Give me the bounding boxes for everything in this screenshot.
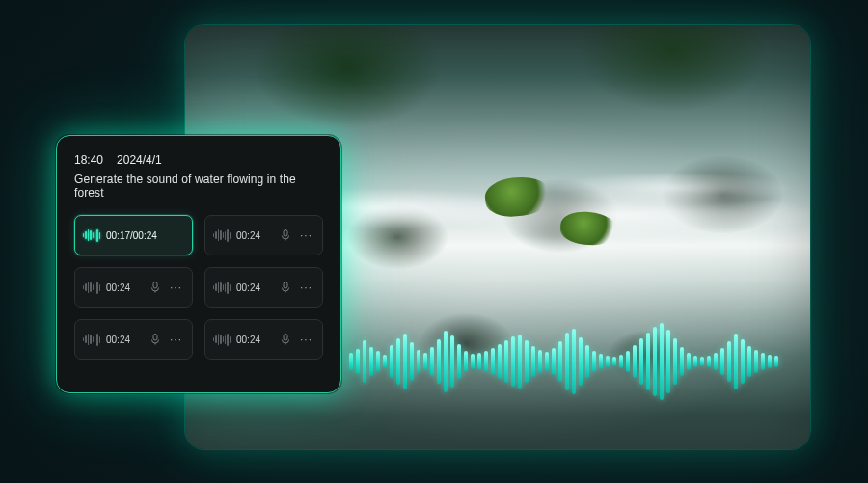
audio-waveform xyxy=(349,318,791,405)
waveform-bar xyxy=(680,347,684,376)
waveform-bar xyxy=(545,352,549,371)
waveform-bar xyxy=(511,336,515,387)
clip-card[interactable]: 00:24··· xyxy=(204,319,323,360)
panel-prompt: Generate the sound of water flowing in t… xyxy=(74,173,323,200)
waveform-bar xyxy=(444,331,448,392)
waveform-bar xyxy=(720,348,724,375)
waveform-bar xyxy=(450,335,454,388)
waveform-bar xyxy=(471,354,475,369)
more-icon[interactable]: ··· xyxy=(298,281,314,294)
waveform-bar xyxy=(727,341,731,382)
waveform-bar xyxy=(390,345,393,378)
waveform-bar xyxy=(349,353,353,370)
waveform-bar xyxy=(599,354,603,369)
waveform-icon xyxy=(83,281,100,294)
waveform-bar xyxy=(565,333,569,390)
waveform-bar xyxy=(592,351,596,372)
more-icon[interactable]: ··· xyxy=(168,333,184,346)
microphone-icon[interactable] xyxy=(279,281,292,294)
waveform-bar xyxy=(356,349,360,374)
waveform-bar xyxy=(761,353,765,370)
waveform-bar xyxy=(518,335,522,389)
panel-date: 2024/4/1 xyxy=(117,153,162,167)
microphone-icon[interactable] xyxy=(149,281,162,294)
svg-rect-2 xyxy=(153,282,157,289)
waveform-bar xyxy=(693,356,697,367)
waveform-bar xyxy=(491,348,495,375)
clip-card[interactable]: 00:24··· xyxy=(74,319,193,360)
waveform-bar xyxy=(768,355,772,368)
waveform-bar xyxy=(666,330,670,393)
svg-rect-4 xyxy=(284,282,287,289)
microphone-icon[interactable] xyxy=(149,333,162,346)
waveform-bar xyxy=(430,347,434,376)
clip-duration: 00:24 xyxy=(236,335,260,345)
waveform-bar xyxy=(619,355,623,368)
waveform-bar xyxy=(754,350,758,373)
waveform-bar xyxy=(626,351,630,372)
waveform-icon xyxy=(213,281,231,294)
waveform-bar xyxy=(734,334,738,389)
waveform-bar xyxy=(531,346,535,377)
clip-card[interactable]: 00:24··· xyxy=(204,267,323,308)
waveform-bar xyxy=(700,357,704,366)
waveform-bar xyxy=(525,340,529,383)
svg-rect-0 xyxy=(284,230,287,237)
waveform-bar xyxy=(572,329,576,394)
waveform-bar xyxy=(417,350,420,373)
waveform-bar xyxy=(747,346,751,377)
waveform-bar xyxy=(376,351,380,372)
waveform-bar xyxy=(774,356,778,367)
svg-rect-8 xyxy=(284,335,287,341)
more-icon[interactable]: ··· xyxy=(298,228,314,242)
waveform-bar xyxy=(660,323,664,400)
waveform-bar xyxy=(639,338,643,385)
waveform-icon xyxy=(83,228,100,242)
waveform-bar xyxy=(714,353,718,370)
waveform-bar xyxy=(558,341,562,382)
waveform-bar xyxy=(457,344,461,379)
waveform-bar xyxy=(396,338,400,385)
waveform-bar xyxy=(687,353,691,370)
clip-card-active[interactable]: 00:17/00:24 xyxy=(74,215,193,255)
waveform-bar xyxy=(538,350,542,373)
waveform-bar xyxy=(403,334,407,389)
waveform-icon xyxy=(213,228,231,242)
waveform-bar xyxy=(633,345,637,378)
microphone-icon[interactable] xyxy=(279,333,292,346)
clip-card[interactable]: 00:24··· xyxy=(74,267,193,308)
waveform-bar xyxy=(410,342,414,381)
more-icon[interactable]: ··· xyxy=(168,281,184,294)
clip-duration: 00:24 xyxy=(236,282,260,293)
waveform-bar xyxy=(504,340,508,383)
waveform-bar xyxy=(673,338,677,385)
waveform-bar xyxy=(707,356,711,367)
waveform-bar xyxy=(363,340,366,383)
clip-duration: 00:24 xyxy=(236,230,260,241)
waveform-bar xyxy=(606,356,610,367)
panel-time: 18:40 xyxy=(74,153,103,167)
panel-meta: 18:40 2024/4/1 xyxy=(74,153,323,167)
clips-grid: 00:17/00:2400:24···00:24···00:24···00:24… xyxy=(74,215,323,360)
waveform-bar xyxy=(498,344,502,379)
clip-duration: 00:24 xyxy=(106,282,130,293)
waveform-bar xyxy=(484,351,488,372)
waveform-bar xyxy=(646,333,650,390)
waveform-bar xyxy=(741,339,745,384)
waveform-bar xyxy=(464,351,468,372)
waveform-bar xyxy=(423,353,427,370)
waveform-bar xyxy=(477,353,481,370)
more-icon[interactable]: ··· xyxy=(298,333,314,346)
waveform-icon xyxy=(83,333,100,346)
waveform-bar xyxy=(585,345,589,378)
clip-duration: 00:24 xyxy=(106,335,130,345)
waveform-bar xyxy=(552,348,556,375)
waveform-icon xyxy=(213,333,231,346)
waveform-bar xyxy=(579,337,583,386)
svg-rect-6 xyxy=(153,335,157,341)
microphone-icon[interactable] xyxy=(279,228,292,242)
waveform-bar xyxy=(653,327,657,396)
clip-card[interactable]: 00:24··· xyxy=(204,215,323,255)
clip-duration: 00:17/00:24 xyxy=(106,230,157,241)
waveform-bar xyxy=(612,357,616,366)
